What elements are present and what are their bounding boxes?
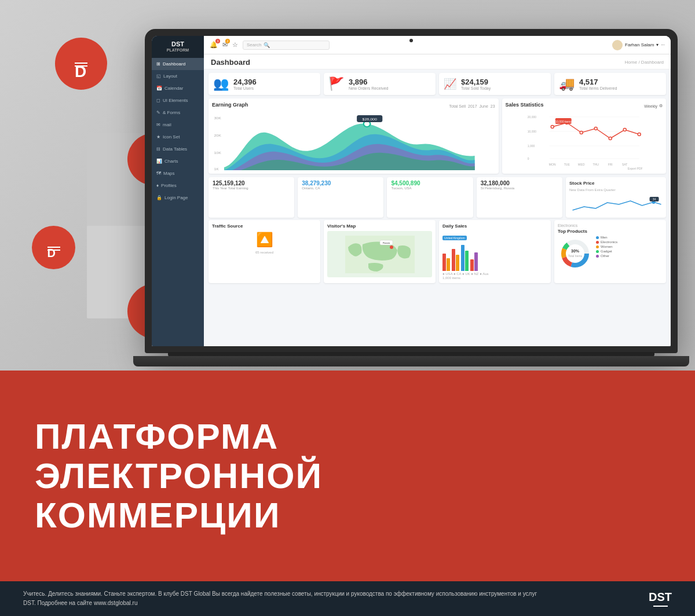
svg-text:0: 0 [527,157,529,160]
sidebar-item-datatables[interactable]: ⊟Data Tables [152,143,204,155]
sidebar-item-dashboard[interactable]: ⊞Dashboard [152,58,204,70]
sidebar-item-profiles[interactable]: ♦Profiles [152,179,204,192]
products-category: Electronics [558,223,592,228]
sidebar-item-login[interactable]: 🔒Login Page [152,192,204,204]
users-icon: 👥 [213,76,229,91]
user-menu[interactable]: Farhan Salam ▾ ··· [612,40,665,50]
earning-graph-card: Earning Graph Total Sell 2017 June 23 [209,98,499,174]
star-icon[interactable]: ☆ [232,41,238,49]
bar [465,251,469,271]
svg-text:1,000: 1,000 [527,144,535,148]
laptop-screen: DST PLATFORM ⊞Dashboard ◱Layout 📅Calenda… [152,36,671,346]
laptop-screen-bezel: DST PLATFORM ⊞Dashboard ◱Layout 📅Calenda… [152,36,671,346]
sidebar-item-layout[interactable]: ◱Layout [152,70,204,82]
products-list: Men Electronics Women Gadget Other [596,236,617,259]
avatar [612,40,623,50]
sales-stats-title: Sales Statistics [506,102,544,108]
visitors-map-title: Visitor's Map [327,223,432,229]
circle-1: D [55,38,107,90]
bar [474,252,478,271]
bar [461,245,464,271]
svg-text:30%: 30% [571,249,580,253]
svg-point-18 [594,127,597,130]
stats-row: 👥 24,396 Total Users 🚩 3,896 [204,69,671,98]
svg-text:34: 34 [653,197,656,201]
traffic-title: Traffic Source [212,223,317,229]
bottom-stat-3: 32,180,000 St Petersburg, Russia [477,177,562,218]
bar [470,259,474,271]
svg-text:SAT: SAT [622,163,627,166]
top-section: D D D D DST PLATFORM [0,0,695,371]
svg-point-19 [609,137,612,140]
traffic-icon: 🔼 [212,232,317,248]
footer: Учитесь. Делитесь знаниями. Станьте эксп… [0,581,695,616]
bell-icon[interactable]: 🔔 3 [210,41,218,49]
map-area: Russia [327,231,432,277]
bar [456,255,459,271]
dash-main: 🔔 3 ✉ 2 ☆ Se [204,36,671,346]
bell-badge: 3 [215,39,220,43]
search-bar[interactable]: Search 🔍 [243,41,330,50]
sidebar-logo: DST PLATFORM [152,36,204,58]
more-icon: ··· [661,42,665,47]
sidebar-item-iconset[interactable]: ★Icon Set [152,131,204,143]
sidebar-item-mail[interactable]: ✉mail [152,119,204,131]
bottom-stat-1: 38,279,230 Ontario, CA [298,177,383,218]
gear-icon[interactable]: ⚙ [659,104,663,108]
svg-point-21 [638,133,641,136]
svg-text:WED: WED [577,163,584,166]
search-icon: 🔍 [264,42,270,48]
footer-logo: DST [649,591,672,607]
daily-sales-widget: Daily Sales United Kingdom [439,220,551,283]
bottom-stat-2: $4,500,890 Tucson, USA [387,177,473,218]
svg-point-17 [580,131,583,134]
daily-sales-title: Daily Sales [442,223,547,229]
page-wrapper: D D D D DST PLATFORM [0,0,695,616]
donut-chart: 30% Total Items [558,236,592,271]
visitors-map-widget: Visitor's Map [324,220,436,283]
svg-text:10K: 10K [214,151,221,154]
sales-stats-header: Sales Statistics Weekly ⚙ [506,102,663,110]
stock-price-widget: Stock Price New Data From Extra Quarter … [566,177,666,218]
svg-text:TUE: TUE [564,163,570,166]
sidebar-item-maps[interactable]: 🗺Maps [152,167,204,179]
svg-text:MON: MON [548,163,555,166]
svg-text:$28,000: $28,000 [363,117,378,120]
bottom-stats-row: 125,159,120 This Year Total Earning 38,2… [204,177,671,220]
charts-row: Earning Graph Total Sell 2017 June 23 [204,98,671,177]
stat-items-delivered: 🚚 4,517 Total Items Delivered [554,73,666,95]
sidebar-item-calendar[interactable]: 📅Calendar [152,82,204,94]
svg-text:20,000: 20,000 [527,115,536,119]
laptop-camera [409,39,413,42]
svg-text:THU: THU [592,163,599,166]
top-products-title: Top Products [558,229,592,234]
bar [452,249,455,271]
breadcrumb: Home / Dashboard [625,60,664,65]
mail-icon[interactable]: ✉ 2 [222,41,228,49]
bar [442,254,446,271]
svg-text:Export PDF: Export PDF [627,167,642,170]
headline: ПЛАТФОРМА ЭЛЕКТРОННОЙ КОММЕРЦИИ [35,417,660,536]
svg-point-15 [551,126,554,129]
sidebar-item-ui[interactable]: ◻UI Elements [152,94,204,107]
laptop-outer: DST PLATFORM ⊞Dashboard ◱Layout 📅Calenda… [145,29,678,353]
earning-chart-header: Earning Graph Total Sell 2017 June 23 [212,102,495,110]
navbar-icons: 🔔 3 ✉ 2 ☆ [210,41,238,49]
earning-chart-title: Earning Graph [212,102,248,108]
stat-total-users: 👥 24,396 Total Users [209,73,320,95]
svg-text:30K: 30K [214,116,221,119]
footer-text: Учитесь. Делитесь знаниями. Станьте эксп… [23,589,544,608]
money-icon: 📈 [444,78,456,90]
sales-stats-card: Sales Statistics Weekly ⚙ [502,98,666,174]
sidebar-item-forms[interactable]: ✎& Forms [152,107,204,119]
bar [447,258,450,271]
widgets-row: Traffic Source 🔼 65 received Visitor's M… [204,220,671,283]
svg-point-20 [623,129,626,131]
sidebar-item-charts[interactable]: 📊Charts [152,155,204,167]
page-title: Dashboard [211,58,250,67]
laptop-base [133,356,689,366]
traffic-source-widget: Traffic Source 🔼 65 received [209,220,320,283]
svg-text:FRI: FRI [608,163,612,166]
svg-point-35 [390,245,393,249]
bottom-stat-0: 125,159,120 This Year Total Earning [209,177,294,218]
